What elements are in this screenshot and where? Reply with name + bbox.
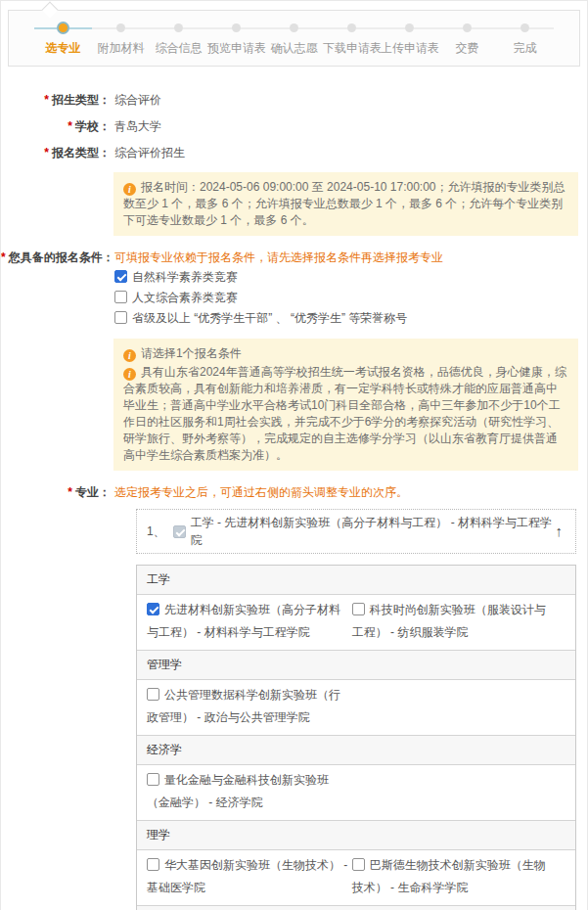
checkbox-checked[interactable] xyxy=(114,270,127,283)
step-label: 预览申请表 xyxy=(207,40,265,57)
move-up-arrow-icon[interactable] xyxy=(553,523,566,540)
selected-major-row: 1、工学 - 先进材料创新实验班（高分子材料与工程） - 材料科学与工程学院 xyxy=(136,509,576,554)
condition-option[interactable]: 省级及以上 “优秀学生干部” 、 “优秀学生” 等荣誉称号 xyxy=(114,308,587,329)
step-track xyxy=(92,22,150,34)
step-label: 上传申请表 xyxy=(381,40,438,57)
checkbox[interactable] xyxy=(114,311,127,324)
step-item[interactable]: 上传申请表 xyxy=(381,22,438,57)
step-line xyxy=(241,27,265,29)
checkbox[interactable] xyxy=(114,291,127,303)
step-track xyxy=(150,22,207,34)
selected-majors: 1、工学 - 先进材料创新实验班（高分子材料与工程） - 材料科学与工程学院 xyxy=(136,509,576,554)
step-track xyxy=(34,22,92,34)
checkbox[interactable] xyxy=(147,858,159,871)
step-dot xyxy=(116,23,125,32)
major-option[interactable]: 华大基因创新实验班（生物技术） - 基础医学院 xyxy=(147,854,352,899)
category-items: 量化金融与金融科技创新实验班（金融学） - 经济学院 xyxy=(137,765,575,821)
step-label: 交费 xyxy=(438,40,496,57)
field-label: 报名类型： xyxy=(1,143,111,162)
signup-time-notice-text: 报名时间：2024-05-06 09:00:00 至 2024-05-10 17… xyxy=(123,180,565,227)
step-track xyxy=(438,22,496,34)
step-item[interactable]: 确认志愿 xyxy=(265,22,323,57)
step-item[interactable]: 交费 xyxy=(438,22,496,57)
step-line xyxy=(92,27,116,29)
field-value: 青岛大学 xyxy=(114,116,587,136)
checkbox-checked[interactable] xyxy=(147,603,159,615)
step-line xyxy=(34,27,57,29)
step-line xyxy=(438,27,463,29)
step-line xyxy=(183,27,207,29)
steps-panel: 选专业附加材料综合信息预览申请表确认志愿下载申请表上传申请表交费完成 xyxy=(8,10,580,67)
application-page: 选专业附加材料综合信息预览申请表确认志愿下载申请表上传申请表交费完成 招生类型：… xyxy=(0,0,588,910)
required-asterisk xyxy=(68,119,72,133)
step-item[interactable]: 完成 xyxy=(496,22,554,57)
condition-option[interactable]: 自然科学素养类竞赛 xyxy=(114,267,587,288)
step-line xyxy=(69,27,92,29)
step-line xyxy=(356,27,381,29)
step-line xyxy=(150,27,174,29)
info-icon xyxy=(123,368,136,381)
major-option[interactable]: 先进材料创新实验班（高分子材料与工程） - 材料科学与工程学院 xyxy=(147,599,352,644)
required-asterisk xyxy=(68,485,72,499)
basic-fields: 招生类型：综合评价学校：青岛大学报名类型：综合评价招生 xyxy=(1,90,587,162)
category-header: 管理学 xyxy=(137,651,575,680)
signup-time-notice: 报名时间：2024-05-06 09:00:00 至 2024-05-10 17… xyxy=(113,172,578,236)
checkbox[interactable] xyxy=(352,603,365,615)
selected-major-label: 工学 - 先进材料创新实验班（高分子材料与工程） - 材料科学与工程学院 xyxy=(191,514,553,549)
step-track xyxy=(207,22,265,34)
conditions-value: 可填报专业依赖于报名条件，请先选择报名条件再选择报考专业 自然科学素养类竞赛人文… xyxy=(114,248,587,329)
major-option[interactable]: 量化金融与金融科技创新实验班（金融学） - 经济学院 xyxy=(147,769,352,814)
notice-text: 请选择1个报名条件 xyxy=(141,346,242,360)
selected-major-index: 1、 xyxy=(147,523,165,540)
category-header: 工学 xyxy=(137,566,575,595)
step-dot xyxy=(463,23,472,32)
conditions-label-text: 您具备的报名条件： xyxy=(9,250,114,264)
condition-option[interactable]: 人文综合素养类竞赛 xyxy=(114,288,587,308)
checkbox[interactable] xyxy=(352,858,365,871)
conditions-label: 您具备的报名条件： xyxy=(1,248,111,329)
step-item[interactable]: 预览申请表 xyxy=(207,22,265,57)
majors-table: 工学先进材料创新实验班（高分子材料与工程） - 材料科学与工程学院科技时尚创新实… xyxy=(136,565,576,910)
step-label: 附加材料 xyxy=(92,40,150,57)
notice-text: 具有山东省2024年普通高等学校招生统一考试报名资格，品德优良，身心健康，综合素… xyxy=(123,365,566,462)
step-active[interactable]: 选专业 xyxy=(34,22,92,57)
step-item[interactable]: 综合信息 xyxy=(150,22,207,57)
major-option-label: 科技时尚创新实验班（服装设计与工程） - 纺织服装学院 xyxy=(352,603,546,639)
step-dot xyxy=(290,23,298,32)
field-label-text: 学校： xyxy=(75,119,111,133)
step-line xyxy=(496,27,520,29)
conditions-notice: 请选择1个报名条件具有山东省2024年普通高等学校招生统一考试报名资格，品德优良… xyxy=(113,339,578,471)
step-line xyxy=(323,27,347,29)
step-item[interactable]: 附加材料 xyxy=(92,22,150,57)
step-dot xyxy=(232,23,241,32)
form-field-row: 招生类型：综合评价 xyxy=(1,90,587,110)
step-progress-bar: 选专业附加材料综合信息预览申请表确认志愿下载申请表上传申请表交费完成 xyxy=(9,11,579,66)
condition-option-label: 省级及以上 “优秀学生干部” 、 “优秀学生” 等荣誉称号 xyxy=(132,311,407,325)
major-option-label: 量化金融与金融科技创新实验班（金融学） - 经济学院 xyxy=(147,773,329,809)
field-label: 招生类型： xyxy=(1,90,111,110)
majors-hint: 选定报考专业之后，可通过右侧的箭头调整专业的次序。 xyxy=(114,482,587,502)
field-value: 综合评价 xyxy=(114,90,587,110)
major-option-label: 华大基因创新实验班（生物技术） - 基础医学院 xyxy=(147,858,347,894)
step-line xyxy=(529,27,554,29)
step-dot xyxy=(405,23,414,32)
majors-value: 选定报考专业之后，可通过右侧的箭头调整专业的次序。 xyxy=(114,482,587,502)
form-field-row: 学校：青岛大学 xyxy=(1,116,587,136)
field-label-text: 报名类型： xyxy=(52,146,111,159)
majors-label: 专业： xyxy=(1,482,111,502)
step-dot xyxy=(347,23,356,32)
major-option-label: 巴斯德生物技术创新实验班（生物技术） - 生命科学学院 xyxy=(352,858,546,894)
step-line xyxy=(472,27,496,29)
required-asterisk xyxy=(44,93,49,107)
step-line xyxy=(298,27,323,29)
checkbox[interactable] xyxy=(147,773,159,786)
major-option[interactable]: 巴斯德生物技术创新实验班（生物技术） - 生命科学学院 xyxy=(352,854,558,899)
category-items: 先进材料创新实验班（高分子材料与工程） - 材料科学与工程学院科技时尚创新实验班… xyxy=(137,595,575,651)
step-item[interactable]: 下载申请表 xyxy=(323,22,381,57)
conditions-row: 您具备的报名条件： 可填报专业依赖于报名条件，请先选择报名条件再选择报考专业 自… xyxy=(1,248,587,329)
major-option[interactable]: 公共管理数据科学创新实验班（行政管理） - 政治与公共管理学院 xyxy=(147,684,352,729)
majors-label-text: 专业： xyxy=(75,485,111,499)
step-track xyxy=(323,22,381,34)
checkbox[interactable] xyxy=(147,688,159,701)
major-option[interactable]: 科技时尚创新实验班（服装设计与工程） - 纺织服装学院 xyxy=(352,599,558,644)
